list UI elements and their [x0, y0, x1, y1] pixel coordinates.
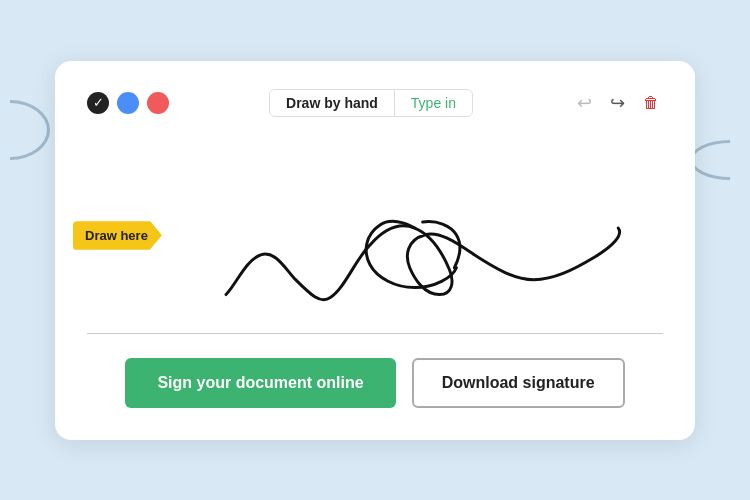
signature-card: ✓ Draw by hand Type in Draw here	[55, 61, 695, 440]
tab-draw-by-hand[interactable]: Draw by hand	[270, 90, 395, 116]
signature-area[interactable]: Draw here	[87, 135, 663, 325]
top-bar: ✓ Draw by hand Type in	[87, 89, 663, 117]
draw-here-label: Draw here	[73, 221, 162, 250]
signature-drawing[interactable]	[87, 140, 663, 320]
redo-icon	[610, 92, 625, 114]
delete-button[interactable]	[639, 90, 663, 115]
mode-tabs: Draw by hand Type in	[269, 89, 473, 117]
redo-button[interactable]	[606, 90, 629, 116]
dot-red	[147, 92, 169, 114]
tab-type-in[interactable]: Type in	[395, 90, 472, 116]
window-controls: ✓	[87, 92, 169, 114]
undo-button[interactable]	[573, 90, 596, 116]
check-icon: ✓	[93, 96, 104, 109]
bg-decoration-left	[0, 100, 50, 160]
undo-icon	[577, 92, 592, 114]
toolbar-icons	[573, 90, 663, 116]
dot-blue	[117, 92, 139, 114]
signature-baseline	[87, 333, 663, 334]
bg-decoration-right	[690, 140, 750, 180]
download-signature-button[interactable]: Download signature	[412, 358, 625, 408]
dot-black: ✓	[87, 92, 109, 114]
sign-document-button[interactable]: Sign your document online	[125, 358, 395, 408]
buttons-row: Sign your document online Download signa…	[87, 358, 663, 408]
trash-icon	[643, 92, 659, 113]
